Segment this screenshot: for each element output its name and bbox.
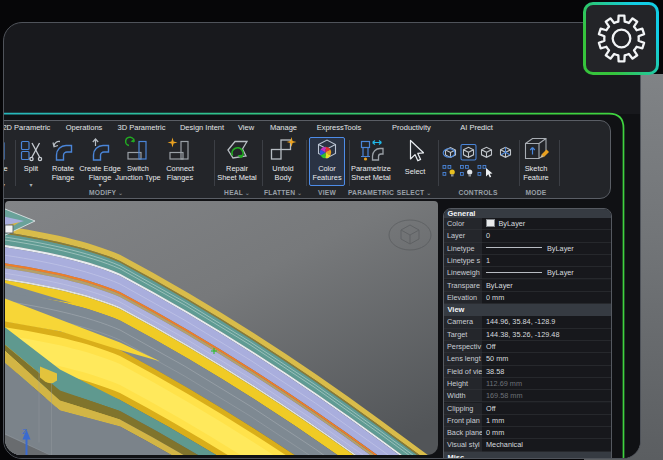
svg-text:Z: Z — [22, 426, 27, 435]
